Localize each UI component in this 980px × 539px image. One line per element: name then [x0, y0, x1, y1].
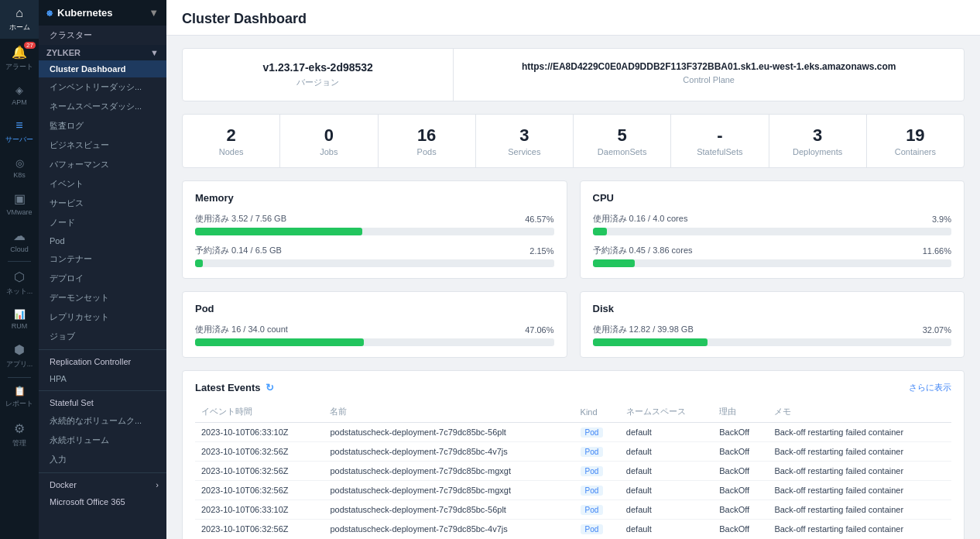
- memory-used-percent: 46.57%: [525, 215, 553, 224]
- sidebar-item-daemonset[interactable]: デーモンセット: [39, 288, 166, 307]
- cpu-used-fill: [593, 228, 607, 235]
- event-time: 2023-10-10T06:33:10Z: [195, 423, 324, 442]
- network-icon: ⬡: [14, 270, 25, 284]
- event-namespace: default: [620, 520, 713, 539]
- events-table-header: イベント時間 名前 Kind ネームスペース 理由 メモ: [195, 401, 951, 423]
- cluster-name: ZYLKER: [46, 48, 81, 57]
- nav-k8s[interactable]: ◎ K8s: [0, 151, 39, 185]
- nav-cloud[interactable]: ☁ Cloud: [0, 222, 39, 259]
- table-row: 2023-10-10T06:32:56Z podstatuscheck-depl…: [195, 520, 951, 539]
- cpu-used-row: 使用済み 0.16 / 4.0 cores 3.9%: [593, 213, 952, 235]
- sidebar-item-services[interactable]: サービス: [39, 194, 166, 213]
- nav-alert[interactable]: 🔔 27 アラート: [0, 39, 39, 78]
- sidebar-item-job[interactable]: ジョブ: [39, 327, 166, 346]
- sidebar-item-nodes[interactable]: ノード: [39, 213, 166, 232]
- event-namespace: default: [620, 423, 713, 442]
- event-name[interactable]: podstatuscheck-deployment-7c79dc85bc-56p…: [324, 500, 574, 520]
- app-label: アプリ...: [6, 359, 33, 369]
- report-label: レポート: [5, 399, 33, 409]
- stat-statefulsets-label: StatefulSets: [679, 147, 760, 156]
- vmware-label: VMware: [6, 208, 32, 216]
- event-name[interactable]: podstatuscheck-deployment-7c79dc85bc-56p…: [324, 423, 574, 442]
- event-kind: Pod: [574, 500, 620, 520]
- cluster-section-header[interactable]: ZYLKER ▼: [39, 45, 166, 60]
- sidebar-app-title: ⎈ Kubernetes ▼: [39, 0, 166, 26]
- version-card: v1.23.17-eks-2d98532 バージョン: [183, 49, 454, 101]
- event-reason: BackOff: [713, 481, 768, 500]
- stat-deployments-value: 3: [777, 125, 858, 146]
- sidebar-item-ms365[interactable]: Microsoft Office 365: [39, 493, 166, 510]
- sidebar-item-replication-ctrl[interactable]: Replication Controller: [39, 353, 166, 370]
- stat-statefulsets: - StatefulSets: [671, 115, 769, 167]
- sidebar-item-inventory[interactable]: インベントリーダッシ...: [39, 77, 166, 97]
- events-title: Latest Events ↻: [195, 382, 274, 393]
- sidebar-item-container[interactable]: コンテナー: [39, 249, 166, 269]
- sidebar-item-input[interactable]: 入力: [39, 450, 166, 469]
- sidebar-item-pod[interactable]: Pod: [39, 232, 166, 249]
- event-reason: BackOff: [713, 423, 768, 442]
- memory-reserved-percent: 2.15%: [529, 246, 553, 256]
- nav-home[interactable]: ⌂ ホーム: [0, 0, 39, 39]
- event-reason: BackOff: [713, 520, 768, 539]
- memory-reserved-row: 予約済み 0.14 / 6.5 GB 2.15%: [195, 245, 554, 267]
- event-time: 2023-10-10T06:32:56Z: [195, 520, 324, 539]
- event-reason: BackOff: [713, 462, 768, 481]
- nav-server[interactable]: ≡ サーバー: [0, 112, 39, 151]
- sidebar-item-stateful-set[interactable]: Stateful Set: [39, 394, 166, 411]
- sidebar-item-deploy[interactable]: デプロイ: [39, 269, 166, 288]
- col-name: 名前: [324, 401, 574, 423]
- events-more-link[interactable]: さらに表示: [909, 382, 951, 393]
- event-name[interactable]: podstatuscheck-deployment-7c79dc85bc-4v7…: [324, 520, 574, 539]
- nav-app[interactable]: ⬢ アプリ...: [0, 336, 39, 376]
- sidebar-item-pv[interactable]: 永続ボリューム: [39, 431, 166, 450]
- nav-network[interactable]: ⬡ ネット...: [0, 263, 39, 303]
- sidebar-cluster[interactable]: クラスター: [39, 26, 166, 45]
- memory-title: Memory: [195, 192, 554, 204]
- refresh-icon[interactable]: ↻: [266, 382, 274, 393]
- disk-used-track: [593, 338, 952, 346]
- sidebar-item-pvc[interactable]: 永続的なボリュームク...: [39, 411, 166, 431]
- stat-pods: 16 Pods: [379, 115, 476, 167]
- sidebar-item-dashboard[interactable]: Cluster Dashboard: [39, 60, 166, 77]
- sidebar-item-namespace[interactable]: ネームスペースダッシ...: [39, 97, 166, 116]
- sidebar-item-performance[interactable]: パフォーマンス: [39, 155, 166, 174]
- stat-daemonsets-value: 5: [581, 125, 663, 146]
- rum-label: RUM: [12, 322, 28, 330]
- events-header: Latest Events ↻ さらに表示: [195, 382, 951, 393]
- nav-vmware[interactable]: ▣ VMware: [0, 185, 39, 222]
- event-memo: Back-off restarting failed container: [768, 520, 951, 539]
- stat-containers-label: Containers: [875, 147, 956, 156]
- event-kind: Pod: [574, 481, 620, 500]
- event-name[interactable]: podstatuscheck-deployment-7c79dc85bc-mgx…: [324, 481, 574, 500]
- stat-services-value: 3: [484, 125, 565, 146]
- nav-manage[interactable]: ⚙ 管理: [0, 415, 39, 455]
- col-memo: メモ: [768, 401, 951, 423]
- stat-deployments: 3 Deployments: [769, 115, 867, 167]
- nav-apm[interactable]: ◈ APM: [0, 78, 39, 112]
- nav-rum[interactable]: 📊 RUM: [0, 303, 39, 336]
- event-memo: Back-off restarting failed container: [768, 500, 951, 520]
- nav-report[interactable]: 📋 レポート: [0, 379, 39, 415]
- event-kind: Pod: [574, 462, 620, 481]
- table-row: 2023-10-10T06:33:10Z podstatuscheck-depl…: [195, 423, 951, 442]
- events-title-text: Latest Events: [195, 382, 261, 393]
- pod-used-percent: 47.06%: [525, 325, 553, 335]
- event-memo: Back-off restarting failed container: [768, 481, 951, 500]
- sidebar-item-events[interactable]: イベント: [39, 174, 166, 194]
- event-name[interactable]: podstatuscheck-deployment-7c79dc85bc-mgx…: [324, 462, 574, 481]
- memory-reserved-fill: [195, 259, 203, 267]
- sidebar-item-hpa[interactable]: HPA: [39, 370, 166, 387]
- memory-reserved-label: 予約済み 0.14 / 6.5 GB: [195, 245, 282, 256]
- home-icon: ⌂: [15, 6, 23, 20]
- control-plane-value: https://EA8D4229C0E0AD9DDB2F113F372BBA01…: [469, 61, 948, 72]
- event-name[interactable]: podstatuscheck-deployment-7c79dc85bc-4v7…: [324, 442, 574, 462]
- event-reason: BackOff: [713, 500, 768, 520]
- sidebar-item-bizview[interactable]: ビジネスビュー: [39, 136, 166, 155]
- memory-used-track: [195, 228, 554, 235]
- event-namespace: default: [620, 481, 713, 500]
- sidebar-expand-icon[interactable]: ▼: [149, 7, 159, 19]
- sidebar-item-auditlog[interactable]: 監査ログ: [39, 116, 166, 136]
- sidebar-item-replicaset[interactable]: レプリカセット: [39, 307, 166, 327]
- manage-label: 管理: [12, 438, 26, 448]
- sidebar-item-docker[interactable]: Docker›: [39, 476, 166, 493]
